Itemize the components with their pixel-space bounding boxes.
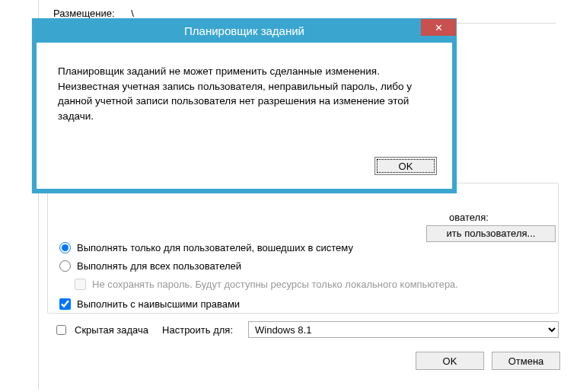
error-dialog-footer: OK bbox=[37, 157, 452, 189]
highest-privileges-checkbox[interactable] bbox=[59, 298, 71, 310]
highest-privileges-label: Выполнить с наивысшими правами bbox=[77, 298, 240, 310]
highest-privileges-row: Выполнить с наивысшими правами bbox=[59, 298, 240, 310]
no-save-password-row: Не сохранять пароль. Будут доступны ресу… bbox=[75, 279, 458, 290]
configure-for-label: Настроить для: bbox=[162, 324, 233, 336]
location-value: \ bbox=[131, 8, 134, 19]
location-label: Размещение: bbox=[53, 8, 115, 19]
hidden-task-row: Скрытая задача Настроить для: bbox=[53, 323, 233, 337]
ok-button[interactable]: OK bbox=[416, 352, 484, 370]
location-row: Размещение: \ bbox=[53, 8, 134, 19]
hidden-task-checkbox[interactable] bbox=[56, 325, 66, 335]
hidden-task-label: Скрытая задача bbox=[75, 324, 148, 336]
run-all-users-radio[interactable] bbox=[59, 260, 71, 272]
cancel-button[interactable]: Отмена bbox=[492, 352, 560, 370]
change-user-button[interactable]: ить пользователя... bbox=[426, 225, 556, 242]
run-logged-in-radio-row: Выполнять только для пользователей, воше… bbox=[59, 242, 353, 253]
no-save-password-label: Не сохранять пароль. Будут доступны ресу… bbox=[92, 279, 458, 290]
error-message: Планировщик заданий не может применить с… bbox=[37, 43, 452, 157]
error-dialog: Планировщик заданий не может применить с… bbox=[32, 18, 457, 193]
run-all-users-label: Выполнять для всех пользователей bbox=[77, 260, 241, 272]
no-save-password-checkbox bbox=[75, 279, 86, 290]
run-logged-in-radio[interactable] bbox=[59, 242, 71, 253]
configure-for-select[interactable]: Windows 8.1 bbox=[248, 321, 559, 338]
dialog-buttons: OK Отмена bbox=[416, 352, 560, 370]
close-glyph: ✕ bbox=[435, 22, 443, 33]
run-logged-in-label: Выполнять только для пользователей, воше… bbox=[77, 242, 353, 253]
run-all-users-radio-row: Выполнять для всех пользователей bbox=[59, 260, 241, 272]
user-account-label-fragment: ователя: bbox=[449, 212, 489, 223]
error-ok-button[interactable]: OK bbox=[374, 157, 437, 175]
close-icon[interactable]: ✕ bbox=[421, 19, 456, 36]
